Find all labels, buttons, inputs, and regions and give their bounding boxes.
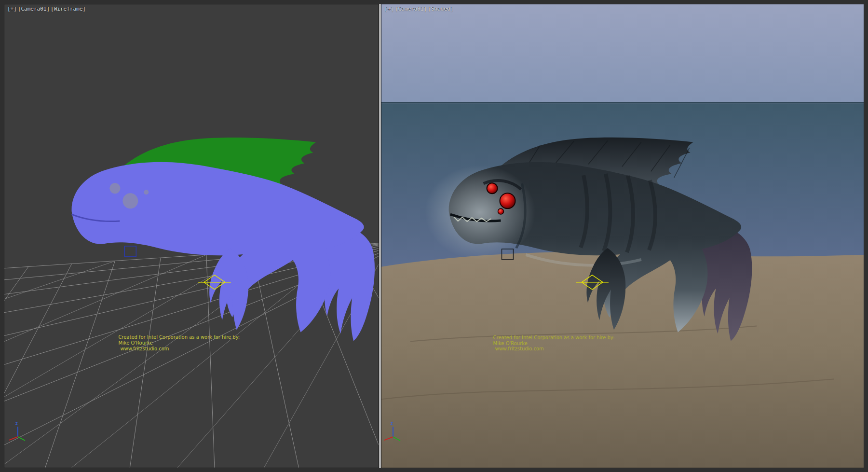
viewport-label-right: [+][Camera01][Shaded] xyxy=(384,6,454,12)
viewport-camera-menu[interactable]: [Camera01] xyxy=(18,6,50,12)
watermark-line-2: Mike O'Rourke xyxy=(493,341,528,346)
viewport-shading-menu[interactable]: [Shaded] xyxy=(428,6,453,12)
eye-medium xyxy=(109,183,120,194)
viewport-camera-menu[interactable]: [Camera01] xyxy=(395,6,427,12)
viewport-wireframe[interactable]: Created for Intel Corporation as a work … xyxy=(4,4,379,468)
watermark-line-1: Created for Intel Corporation as a work … xyxy=(118,334,240,340)
viewport-canvas-right[interactable]: Created for Intel Corporation as a work … xyxy=(381,4,864,468)
eye-large xyxy=(500,193,515,208)
viewport-label-left: [+][Camera01][Wireframe] xyxy=(7,6,87,12)
horizon-line xyxy=(381,102,864,104)
eye-small xyxy=(498,208,504,214)
eye-medium xyxy=(487,183,498,194)
watermark-line-3: www.fritzstudio.com xyxy=(495,347,544,352)
watermark-line-2: Mike O'Rourke xyxy=(118,340,152,346)
viewport-workspace: Created for Intel Corporation as a work … xyxy=(0,0,868,472)
sky xyxy=(381,4,864,102)
viewport-menu-button[interactable]: [+] xyxy=(384,6,394,12)
z-axis-label: z xyxy=(391,421,393,426)
eye-large xyxy=(122,193,138,208)
viewport-menu-button[interactable]: [+] xyxy=(7,6,17,12)
z-axis-label: z xyxy=(15,421,18,426)
viewport-shaded[interactable]: Created for Intel Corporation as a work … xyxy=(381,4,864,468)
watermark-line-3: www.fritzstudio.com xyxy=(120,346,169,351)
watermark-line-1: Created for Intel Corporation as a work … xyxy=(493,335,615,340)
viewport-canvas-left[interactable]: Created for Intel Corporation as a work … xyxy=(4,4,379,468)
nostril xyxy=(144,190,149,194)
viewport-shading-menu[interactable]: [Wireframe] xyxy=(51,6,86,12)
